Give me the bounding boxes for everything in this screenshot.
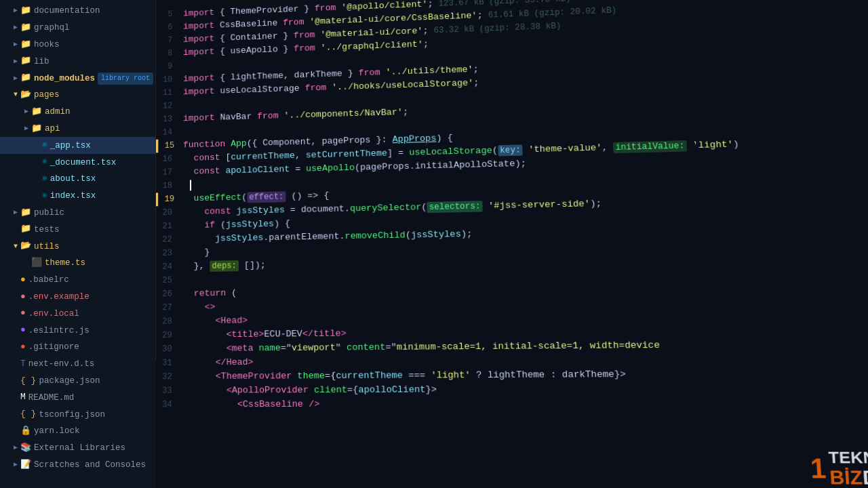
tree-item-next-env[interactable]: T next-env.d.ts xyxy=(0,356,155,373)
tree-item-yarn-lock[interactable]: 🔒 yarn.lock xyxy=(0,423,155,440)
tree-item-utils[interactable]: ▼ 📂 utils xyxy=(0,238,155,255)
spacer xyxy=(22,258,31,268)
tree-item-env-local[interactable]: ● .env.local xyxy=(0,305,155,322)
tree-label: index.tsx xyxy=(50,189,96,203)
line-number: 5 xyxy=(157,7,180,22)
tree-label: tsconfig.json xyxy=(39,408,105,422)
line-number: 29 xyxy=(156,328,180,342)
tree-label: api xyxy=(45,122,60,136)
line-number: 24 xyxy=(156,260,180,274)
chevron-right-icon: ▶ xyxy=(11,22,20,33)
file-icon-ts: T xyxy=(20,357,26,371)
tree-item-public[interactable]: ▶ 📁 public xyxy=(0,205,155,222)
tree-label: about.tsx xyxy=(50,172,96,186)
folder-icon: 📁 xyxy=(20,222,31,237)
tree-item-graphql[interactable]: ▶ 📁 graphql xyxy=(0,20,155,37)
watermark-biz: BİZ xyxy=(829,467,864,488)
tree-item-env-example[interactable]: ● .env.example xyxy=(0,289,155,306)
folder-icon: 📁 xyxy=(20,71,31,85)
spacer xyxy=(11,308,20,319)
chevron-right-icon: ▶ xyxy=(11,443,20,453)
spacer xyxy=(33,140,42,151)
spacer xyxy=(11,325,20,336)
spacer xyxy=(33,174,42,184)
tree-item-pages[interactable]: ▼ 📂 pages xyxy=(0,87,155,104)
tree-label: .env.example xyxy=(28,290,90,304)
line-number: 7 xyxy=(157,33,180,47)
tree-item-node-modules[interactable]: ▶ 📁 node_modules library root xyxy=(0,70,155,87)
spacer xyxy=(11,359,20,369)
folder-icon: 📁 xyxy=(20,206,31,220)
line-number: 28 xyxy=(156,314,180,329)
tree-label: next-env.d.ts xyxy=(28,357,95,371)
file-icon-babel: ● xyxy=(20,273,26,287)
tree-item-babelrc[interactable]: ● .babelrc xyxy=(0,272,155,289)
line-number: 18 xyxy=(156,179,180,193)
tree-item-api[interactable]: ▶ 📁 api xyxy=(0,121,155,138)
tree-label: yarn.lock xyxy=(34,424,80,438)
spacer xyxy=(11,375,20,386)
line-number: 13 xyxy=(156,113,180,127)
tree-item-lib[interactable]: ▶ 📁 lib xyxy=(0,53,155,70)
tree-label: hooks xyxy=(34,38,60,52)
tree-item-eslintrc[interactable]: ● .eslintrc.js xyxy=(0,322,155,339)
chevron-down-icon: ▼ xyxy=(11,241,20,252)
tree-item-scratches[interactable]: ▶ 📝 Scratches and Consoles xyxy=(0,457,155,474)
line-number: 26 xyxy=(156,287,180,302)
tree-label: lib xyxy=(34,55,50,68)
spacer xyxy=(33,157,42,168)
spacer xyxy=(11,392,20,403)
tree-item-index-tsx[interactable]: ⚛ index.tsx xyxy=(0,188,155,205)
tree-item-readme[interactable]: M README.md xyxy=(0,389,155,406)
spacer xyxy=(11,409,20,420)
spacer xyxy=(11,426,20,436)
file-icon-tsx: ⚛ xyxy=(42,189,47,203)
spacer xyxy=(33,190,42,201)
line-number: 14 xyxy=(156,125,180,140)
line-number: 8 xyxy=(157,47,180,61)
file-icon-md: M xyxy=(20,390,26,405)
tree-label: pages xyxy=(34,88,60,102)
tree-label: public xyxy=(34,206,64,220)
tree-label: graphql xyxy=(34,21,70,35)
line-number: 12 xyxy=(157,99,181,113)
tree-item-tests[interactable]: 📁 tests xyxy=(0,221,155,238)
tree-label: theme.ts xyxy=(45,256,85,270)
tree-label: .env.local xyxy=(28,307,79,321)
tree-label: .eslintrc.js xyxy=(28,324,90,338)
code-line-34: 34 <CssBaseline /> xyxy=(155,396,868,412)
line-number: 6 xyxy=(157,20,180,35)
tree-item-gitignore[interactable]: ● .gitignore xyxy=(0,339,155,356)
file-icon-tsx: ⚛ xyxy=(42,155,47,169)
tree-label: .gitignore xyxy=(28,340,79,354)
line-content: <ApolloProvider client={apolloClient}> xyxy=(180,381,868,398)
tree-item-about-tsx[interactable]: ⚛ about.tsx xyxy=(0,171,155,188)
tree-item-package-json[interactable]: { } package.json xyxy=(0,373,155,390)
tree-item-hooks[interactable]: ▶ 📁 hooks xyxy=(0,37,155,54)
folder-icon: 📁 xyxy=(20,38,31,52)
folder-icon: 📁 xyxy=(20,21,31,35)
tree-item-document-tsx[interactable]: ⚛ _document.tsx xyxy=(0,154,155,171)
tree-item-tsconfig[interactable]: { } tsconfig.json xyxy=(0,406,155,423)
line-content: <CssBaseline /> xyxy=(180,396,868,412)
watermark-tekno: TEKNO xyxy=(828,449,868,467)
line-number: 16 xyxy=(156,152,180,166)
tree-label: External Libraries xyxy=(34,441,125,455)
chevron-right-icon: ▶ xyxy=(11,5,20,16)
tree-item-app-tsx[interactable]: ⚛ _app.tsx xyxy=(0,137,155,154)
file-icon-env: ● xyxy=(20,306,26,321)
line-number: 25 xyxy=(156,274,180,288)
tree-item-external-libraries[interactable]: ▶ 📚 External Libraries xyxy=(0,440,155,457)
file-icon-json: { } xyxy=(20,407,36,422)
code-line-33: 33 <ApolloProvider client={apolloClient}… xyxy=(155,381,868,398)
spacer xyxy=(11,291,20,302)
line-number: 30 xyxy=(156,342,180,357)
tree-item-documentation[interactable]: ▶ 📁 documentation xyxy=(0,3,155,20)
tree-item-admin[interactable]: ▶ 📁 admin xyxy=(0,104,155,121)
chevron-right-icon: ▶ xyxy=(11,39,20,50)
tree-item-theme-ts[interactable]: ⬛ theme.ts xyxy=(0,255,155,272)
folder-icon: 📁 xyxy=(20,4,31,18)
line-number: 33 xyxy=(155,384,180,398)
tree-label: _app.tsx xyxy=(50,139,91,152)
line-number: 15 xyxy=(156,139,180,153)
